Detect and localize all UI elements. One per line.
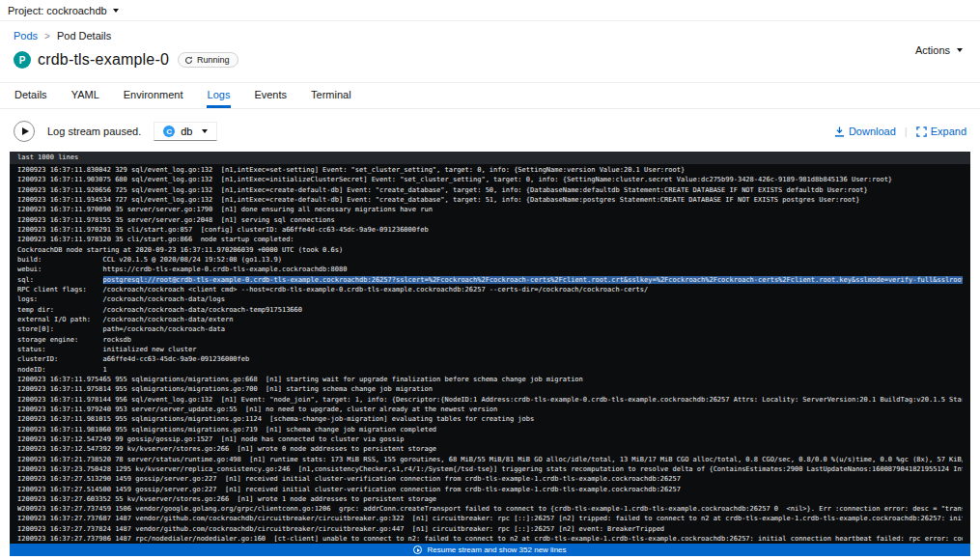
log-line: I200923 16:37:11.970291 35 cli/start.go:… [17, 225, 963, 235]
log-line: I200923 16:37:11.981060 955 sqlmigration… [17, 425, 963, 434]
caret-down-icon [957, 48, 963, 52]
tab-terminal[interactable]: Terminal [310, 83, 352, 108]
resume-stream-label: Resume stream and show 352 new lines [427, 546, 566, 554]
log-line: I200923 16:37:11.830042 329 sql/event_lo… [17, 165, 963, 175]
status-badge-label: Running [197, 55, 230, 65]
log-line: I200923 16:37:27.513290 1459 gossip/serv… [17, 474, 963, 484]
tab-events[interactable]: Events [253, 83, 288, 108]
play-icon [22, 127, 29, 135]
log-line: logs: /cockroach/cockroach-data/logs [17, 294, 963, 304]
tab-details[interactable]: Details [14, 83, 48, 108]
log-line: storage engine: rocksdb [17, 335, 963, 345]
log-line: I200923 16:37:11.978144 956 sql/event_lo… [17, 395, 963, 405]
log-line: I200923 16:37:11.981015 955 sqlmigration… [17, 414, 963, 424]
container-selector-value: db [181, 126, 192, 137]
log-line: I200923 16:37:27.737687 1487 vendor/gith… [17, 514, 963, 523]
caret-down-icon [202, 129, 208, 133]
container-selector[interactable]: C db [154, 122, 217, 141]
log-toolbar-right: Download | Expand [834, 126, 966, 137]
log-line: I200923 16:37:11.978155 35 server/server… [17, 215, 963, 225]
log-output[interactable]: I200923 16:37:11.830042 329 sql/event_lo… [10, 164, 970, 544]
log-line: store[0]: path=/cockroach/cockroach-data [17, 324, 963, 334]
log-line: I200923 16:37:11.903075 680 sql/event_lo… [17, 175, 963, 184]
log-panel: last 1000 lines I200923 16:37:11.830042 … [10, 152, 970, 556]
log-line: webui: https://crdb-tls-example-0.crdb-t… [17, 265, 963, 274]
log-line: nodeID: 1 [17, 365, 963, 375]
resume-stream-button[interactable]: Resume stream and show 352 new lines [10, 544, 970, 556]
log-toolbar: Log stream paused. C db Download | Expan… [14, 119, 966, 144]
log-line: RPC client flags: /cockroach/cockroach <… [17, 285, 963, 294]
log-line: I200923 16:37:27.514500 1459 gossip/serv… [17, 485, 963, 494]
log-line: CockroachDB node starting at 2020-09-23 … [17, 245, 963, 255]
log-line: I200923 16:37:27.737824 1487 vendor/gith… [17, 524, 963, 534]
log-line: status: initialized new cluster [17, 345, 963, 354]
actions-dropdown[interactable]: Actions [915, 44, 963, 56]
play-circle-icon [413, 546, 422, 554]
download-button[interactable]: Download [834, 126, 896, 137]
caret-down-icon [113, 9, 119, 13]
log-line: I200923 16:37:12.547249 99 gossip/gossip… [17, 434, 963, 444]
log-line: I200923 16:37:11.975465 955 sqlmigration… [17, 375, 963, 384]
title-row: P crdb-tls-example-0 Running [14, 49, 965, 70]
tab-logs[interactable]: Logs [207, 83, 232, 108]
play-button[interactable] [14, 121, 35, 142]
log-line: I200923 16:37:27.737986 1487 rpc/nodedia… [17, 534, 963, 544]
log-line: I200923 16:37:11.934534 727 sql/event_lo… [17, 195, 963, 205]
log-line: I200923 16:37:11.979240 953 server/serve… [17, 405, 963, 414]
breadcrumb-separator: > [44, 31, 50, 42]
actions-dropdown-label: Actions [915, 44, 950, 56]
log-line: temp dir: /cockroach/cockroach-data/cock… [17, 305, 963, 315]
breadcrumb: Pods > Pod Details [14, 30, 965, 42]
log-selection-highlight: postgresql://root@crdb-tls-example-0.crd… [103, 276, 963, 284]
status-badge: Running [178, 52, 238, 68]
container-icon: C [163, 126, 175, 137]
log-line: sql: postgresql://root@crdb-tls-example-… [17, 275, 963, 285]
log-line: I200923 16:37:23.750428 1295 kv/kvserver… [17, 464, 963, 474]
log-line: I200923 16:37:11.978320 35 cli/start.go:… [17, 235, 963, 244]
log-line: external I/O path: /cockroach/cockroach-… [17, 315, 963, 324]
log-line: W200923 16:37:27.737459 1506 vendor/goog… [17, 504, 963, 514]
expand-button[interactable]: Expand [916, 126, 966, 137]
expand-button-label: Expand [931, 126, 966, 137]
tab-bar: DetailsYAMLEnvironmentLogsEventsTerminal [0, 82, 980, 109]
log-line: I200923 16:37:11.975814 955 sqlmigration… [17, 384, 963, 394]
log-line: I200923 16:37:11.970090 35 server/server… [17, 205, 963, 214]
tab-environment[interactable]: Environment [123, 83, 184, 108]
pod-icon: P [14, 51, 31, 69]
log-line: I200923 16:37:11.920656 725 sql/event_lo… [17, 185, 963, 195]
log-stream-status: Log stream paused. [47, 126, 141, 137]
toolbar-link-separator: | [905, 126, 908, 137]
page-header: Pods > Pod Details P crdb-tls-example-0 … [0, 21, 980, 70]
breadcrumb-pods-link[interactable]: Pods [14, 30, 38, 42]
log-line: build: CCL v20.1.5 @ 2020/08/24 19:52:08… [17, 255, 963, 265]
project-bar: Project: cockroachdb [0, 0, 980, 21]
download-button-label: Download [849, 126, 896, 137]
log-line: I200923 16:37:21.738520 78 server/status… [17, 455, 963, 464]
tab-yaml[interactable]: YAML [70, 83, 100, 108]
project-selector[interactable]: Project: cockroachdb [8, 5, 119, 16]
log-line-count: last 1000 lines [10, 152, 970, 164]
expand-icon [916, 126, 927, 137]
download-icon [834, 126, 845, 137]
log-line: I200923 16:37:27.603352 55 kv/kvserver/s… [17, 494, 963, 504]
log-line: I200923 16:37:12.547392 99 kv/kvserver/s… [17, 444, 963, 454]
project-selector-label: Project: cockroachdb [8, 5, 107, 16]
breadcrumb-current: Pod Details [57, 30, 111, 42]
sync-icon [184, 56, 193, 65]
log-line: clusterID: a66ffe4d-cc63-45dc-9a9e-09123… [17, 354, 963, 364]
page-title: crdb-tls-example-0 [38, 51, 169, 69]
